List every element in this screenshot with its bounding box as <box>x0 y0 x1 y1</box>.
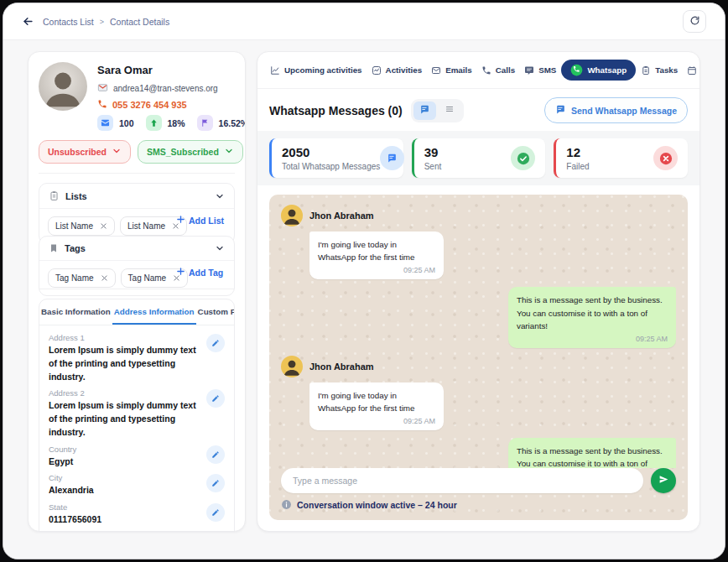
message-text: I'm going live today in WhatsApp for the… <box>318 389 435 414</box>
information-tab[interactable]: Basic Information <box>39 299 112 325</box>
breadcrumb-contacts-list[interactable]: Contacts List <box>43 17 94 27</box>
message-bubble: I'm going live today in WhatsApp for the… <box>309 382 444 430</box>
message-bubble: I'm going live today in WhatsApp for the… <box>309 232 444 279</box>
information-tab[interactable]: Custom Fields <box>196 299 235 325</box>
whatsapp-header: Whatsapp Messages (0) Send Whatsapp Mess… <box>257 89 699 131</box>
contact-phone-row: 055 3276 454 935 <box>97 99 235 111</box>
tab-icon <box>372 65 382 75</box>
avatar <box>39 62 87 111</box>
contact-panel: Sara Omar andrea14@tran-stevens.org 055 … <box>28 51 246 532</box>
top-bar: Contacts List > Contact Details <box>3 3 725 40</box>
field-value: Lorem Ipsum is simply dummy text of the … <box>49 399 201 439</box>
conversation-status: Conversation window active – 24 hour <box>281 499 676 510</box>
app-window: Contacts List > Contact Details Sara Oma… <box>3 3 725 559</box>
chat-area: Jhon Abraham I'm going live today in Wha… <box>269 195 688 520</box>
activity-tab[interactable]: Upcoming activities <box>266 60 367 81</box>
breadcrumb: Contacts List > Contact Details <box>43 17 169 27</box>
conversation-status-text: Conversation window active – 24 hour <box>297 500 457 510</box>
close-icon[interactable] <box>100 222 107 230</box>
view-toggle <box>411 99 464 122</box>
close-icon[interactable] <box>101 274 108 282</box>
message-time: 09:25 AM <box>517 335 668 343</box>
main-content: Sara Omar andrea14@tran-stevens.org 055 … <box>3 40 725 559</box>
divider <box>39 173 235 174</box>
send-button[interactable] <box>651 468 676 493</box>
stat-card: 12 Failed <box>554 138 688 178</box>
edit-icon[interactable] <box>206 503 225 522</box>
edit-icon[interactable] <box>206 445 225 464</box>
address-field: Address 1 Lorem Ipsum is simply dummy te… <box>49 333 225 383</box>
tags-section-header[interactable]: Tags <box>39 237 234 261</box>
activity-tab[interactable]: Meetings <box>683 60 700 81</box>
gmail-icon <box>97 82 108 95</box>
refresh-button[interactable] <box>683 10 706 33</box>
information-tabs: Basic Information Address Information Cu… <box>39 299 234 325</box>
lists-section-header[interactable]: Lists <box>39 184 234 209</box>
tab-icon <box>687 65 697 75</box>
chevron-down-icon <box>215 243 225 253</box>
field-label: Address 2 <box>49 388 201 398</box>
field-value: 01117656091 <box>49 513 201 527</box>
stat-value: 39 <box>424 145 442 159</box>
subscription-badge[interactable]: Unsubscribed <box>39 140 131 164</box>
activity-tab[interactable]: Tasks <box>637 60 682 81</box>
message-input[interactable] <box>281 468 643 493</box>
stat-icon <box>511 146 535 170</box>
edit-icon[interactable] <box>206 474 225 492</box>
activity-tab[interactable]: Calls <box>477 60 519 81</box>
contact-phone: 055 3276 454 935 <box>112 100 187 110</box>
message-text: I'm going live today in WhatsApp for the… <box>318 238 435 263</box>
stat-value: 12 <box>566 145 589 159</box>
activity-tab[interactable]: SMS <box>520 60 560 81</box>
sender-avatar <box>281 205 303 226</box>
chat-message: Jhon Abraham I'm going live today in Wha… <box>281 356 444 430</box>
phone-icon <box>97 99 107 111</box>
sender-name: Jhon Abraham <box>309 211 374 221</box>
add-list-button[interactable]: Add List <box>171 214 229 227</box>
edit-icon[interactable] <box>206 334 225 352</box>
stat-icon <box>380 146 404 170</box>
back-icon[interactable] <box>22 15 34 28</box>
activity-tab[interactable]: Emails <box>427 60 476 81</box>
address-field: Address 2 Lorem Ipsum is simply dummy te… <box>49 388 225 439</box>
chat-bubble-icon <box>555 104 566 117</box>
sender-name: Jhon Abraham <box>309 362 374 372</box>
chat-messages: Jhon Abraham I'm going live today in Wha… <box>281 205 676 468</box>
lists-title: Lists <box>65 191 87 201</box>
information-tab[interactable]: Address Information <box>112 299 196 325</box>
tag-chip: Tag Name <box>48 268 116 288</box>
stat-chip-icon <box>197 115 213 131</box>
send-icon <box>658 474 669 487</box>
activity-tab[interactable]: Whatsapp <box>561 60 636 81</box>
chat-message: Jhon Abraham I'm going live today in Wha… <box>281 205 444 279</box>
address-field: Country Egypt <box>49 445 225 469</box>
field-value: Lorem Ipsum is simply dummy text of the … <box>49 344 201 383</box>
list-view-button[interactable] <box>439 101 461 120</box>
chevron-down-icon <box>215 191 225 201</box>
stat-label: Sent <box>424 162 442 171</box>
chevron-down-icon <box>224 146 234 158</box>
send-whatsapp-message-button[interactable]: Send Whatsapp Message <box>544 97 688 123</box>
chat-message: This is a message sent by the business. … <box>508 287 676 348</box>
add-tag-button[interactable]: Add Tag <box>171 266 228 279</box>
breadcrumb-contact-details[interactable]: Contact Details <box>110 17 169 27</box>
stat-chip-value: 100 <box>119 118 134 128</box>
subscription-badges: Unsubscribed SMS_Subscribed <box>39 140 235 164</box>
tab-icon <box>431 65 441 75</box>
clipboard-icon <box>49 190 60 201</box>
stat-value: 2050 <box>282 145 380 159</box>
activity-tab[interactable]: Activities <box>367 60 427 81</box>
subscription-badge[interactable]: SMS_Subscribed <box>138 140 243 164</box>
tab-icon <box>270 65 280 75</box>
activity-panel: Upcoming activities Activities Emails <box>257 51 700 532</box>
edit-icon[interactable] <box>206 389 225 408</box>
divider <box>39 289 235 289</box>
tab-icon <box>481 65 491 75</box>
tags-title: Tags <box>65 243 86 253</box>
stat-card: 39 Sent <box>412 138 546 178</box>
stat-chip-value: 18% <box>168 118 185 128</box>
chat-view-button[interactable] <box>413 101 436 120</box>
message-bubble: This is a message sent by the business. … <box>508 287 676 348</box>
message-bubble: This is a message sent by the business. … <box>508 438 676 468</box>
address-field: City Alexandria <box>49 473 225 497</box>
